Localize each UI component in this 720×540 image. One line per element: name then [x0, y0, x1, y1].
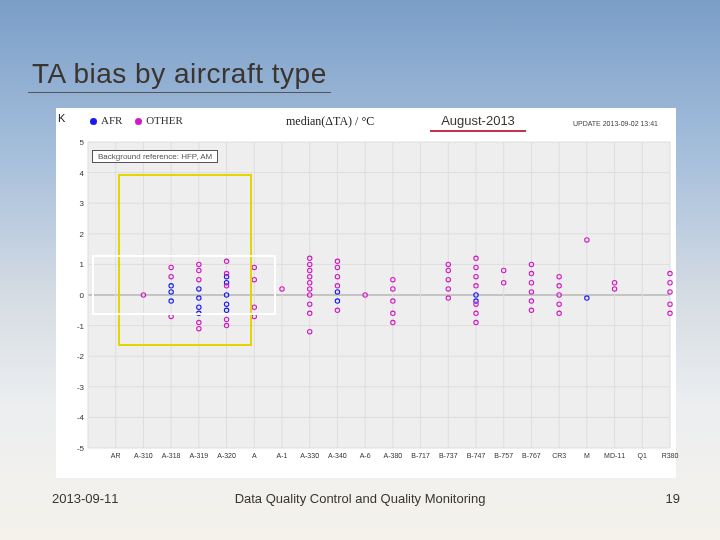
svg-text:A: A [252, 452, 257, 459]
highlight-white-box [92, 255, 276, 315]
svg-text:3: 3 [80, 199, 85, 208]
svg-text:-5: -5 [77, 444, 85, 453]
month-label: August-2013 [430, 112, 526, 132]
svg-text:MD-11: MD-11 [604, 452, 625, 459]
footer-center: Data Quality Control and Quality Monitor… [0, 491, 720, 506]
svg-text:-2: -2 [77, 352, 85, 361]
svg-text:CR3: CR3 [552, 452, 566, 459]
svg-text:4: 4 [80, 169, 85, 178]
legend-dot-afr [90, 118, 97, 125]
svg-text:R380: R380 [662, 452, 679, 459]
svg-text:A-380: A-380 [384, 452, 403, 459]
svg-text:B-757: B-757 [494, 452, 513, 459]
reference-note: Background reference: HFP, AM [92, 150, 218, 163]
svg-text:-3: -3 [77, 383, 85, 392]
legend-dot-other [135, 118, 142, 125]
svg-text:0: 0 [80, 291, 85, 300]
svg-text:A-318: A-318 [162, 452, 181, 459]
legend-label-afr: AFR [101, 114, 122, 126]
svg-text:2: 2 [80, 230, 85, 239]
svg-text:5: 5 [80, 138, 85, 147]
svg-text:-1: -1 [77, 322, 85, 331]
update-timestamp: UPDATE 2013-09-02 13:41 [573, 120, 658, 127]
svg-text:A-340: A-340 [328, 452, 347, 459]
svg-text:B-737: B-737 [439, 452, 458, 459]
slide-title: TA bias by aircraft type [28, 58, 331, 93]
svg-text:A-1: A-1 [277, 452, 288, 459]
svg-text:B-767: B-767 [522, 452, 541, 459]
corner-K: K [58, 112, 65, 124]
svg-text:A-330: A-330 [300, 452, 319, 459]
svg-text:A-320: A-320 [217, 452, 236, 459]
svg-text:A-6: A-6 [360, 452, 371, 459]
svg-text:B-747: B-747 [467, 452, 486, 459]
svg-text:1: 1 [80, 260, 85, 269]
svg-text:M: M [584, 452, 590, 459]
svg-text:A-310: A-310 [134, 452, 153, 459]
svg-text:AR: AR [111, 452, 121, 459]
svg-text:Q1: Q1 [638, 452, 647, 460]
y-axis-title: median(ΔTA) / °C [286, 114, 374, 129]
legend: AFR OTHER [80, 114, 183, 126]
svg-text:B-717: B-717 [411, 452, 430, 459]
svg-text:-4: -4 [77, 413, 85, 422]
svg-text:A-319: A-319 [190, 452, 209, 459]
footer-page: 19 [666, 491, 680, 506]
legend-label-other: OTHER [146, 114, 183, 126]
